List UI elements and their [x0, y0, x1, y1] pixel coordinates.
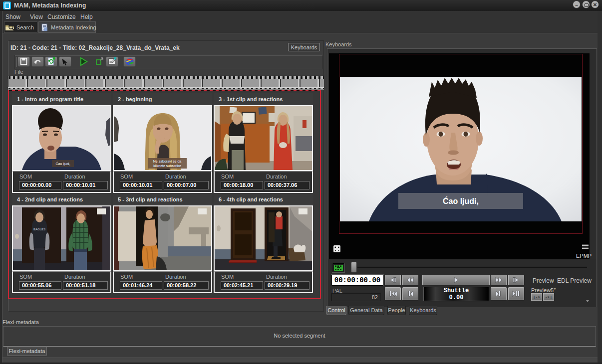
- svg-text:Ćao ljudi,: Ćao ljudi,: [55, 162, 70, 166]
- svg-text:EAGLES: EAGLES: [33, 228, 45, 231]
- svg-text:Ćao ljudi,: Ćao ljudi,: [443, 196, 479, 205]
- svg-text:Ne zaboravi se da: Ne zaboravi se da: [153, 160, 182, 163]
- svg-text:kliknete subscribe: kliknete subscribe: [153, 164, 181, 168]
